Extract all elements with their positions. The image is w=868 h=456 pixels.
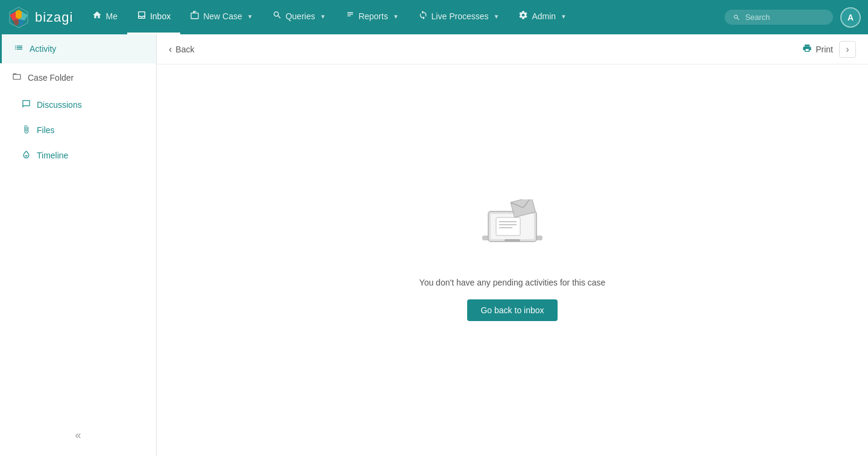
new-case-icon — [190, 10, 200, 22]
admin-chevron-icon: ▼ — [561, 13, 567, 20]
empty-illustration — [473, 199, 552, 266]
discussions-icon — [22, 99, 31, 110]
live-processes-icon — [418, 10, 428, 22]
svg-marker-1 — [16, 10, 22, 19]
sidebar-collapse-button[interactable]: « — [70, 426, 86, 444]
collapse-panel-button[interactable]: › — [839, 41, 856, 58]
sidebar-item-discussions-label: Discussions — [37, 100, 82, 110]
activity-icon — [14, 43, 24, 55]
sidebar-case-folder-label: Case Folder — [28, 73, 74, 83]
svg-rect-9 — [505, 239, 520, 242]
main-layout: Activity Case Folder Discussions Files — [0, 34, 868, 456]
inbox-icon — [137, 10, 146, 22]
queries-chevron-icon: ▼ — [320, 13, 326, 20]
avatar-label: A — [848, 13, 854, 22]
live-processes-chevron-icon: ▼ — [494, 13, 500, 20]
new-case-chevron-icon: ▼ — [247, 13, 253, 20]
nav-item-admin[interactable]: Admin ▼ — [509, 0, 576, 34]
app-name: bizagi — [35, 10, 73, 25]
print-label: Print — [816, 45, 833, 54]
nav-item-queries[interactable]: Queries ▼ — [263, 0, 336, 34]
nav-item-reports[interactable]: Reports ▼ — [336, 0, 409, 34]
nav-item-live-processes-label: Live Processes — [432, 11, 489, 21]
empty-message: You don't have any pending activities fo… — [420, 278, 606, 287]
back-button[interactable]: ‹ Back — [169, 44, 194, 55]
search-input[interactable] — [745, 13, 825, 22]
nav-item-reports-label: Reports — [359, 11, 388, 21]
print-icon — [802, 43, 812, 55]
back-label: Back — [175, 45, 194, 54]
sidebar-item-activity[interactable]: Activity — [0, 34, 156, 63]
collapse-icon: « — [75, 429, 81, 441]
header-right: Print › — [802, 41, 856, 58]
search-icon — [733, 13, 740, 22]
admin-icon — [518, 10, 528, 22]
case-folder-icon — [12, 72, 22, 84]
nav-item-queries-label: Queries — [286, 11, 315, 21]
nav-item-live-processes[interactable]: Live Processes ▼ — [409, 0, 509, 34]
nav-item-me-label: Me — [105, 11, 117, 21]
search-bar[interactable] — [725, 10, 833, 25]
nav-item-me[interactable]: Me — [83, 0, 127, 34]
empty-state: You don't have any pending activities fo… — [157, 64, 868, 456]
nav-item-admin-label: Admin — [532, 11, 556, 21]
nav-item-new-case-label: New Case — [203, 11, 242, 21]
go-back-to-inbox-button[interactable]: Go back to inbox — [467, 299, 557, 321]
back-chevron-icon: ‹ — [169, 44, 172, 55]
bizagi-logo-icon — [7, 6, 30, 29]
svg-rect-10 — [496, 217, 520, 236]
nav-items: Me Inbox New Case ▼ Queries ▼ — [83, 0, 725, 34]
queries-icon — [272, 10, 282, 22]
sidebar-item-discussions[interactable]: Discussions — [0, 92, 156, 117]
reports-chevron-icon: ▼ — [393, 13, 399, 20]
files-icon — [22, 125, 31, 136]
home-icon — [92, 10, 102, 22]
main-content: ‹ Back Print › — [157, 34, 868, 456]
sidebar-item-files-label: Files — [37, 125, 55, 135]
timeline-icon — [22, 150, 31, 161]
sidebar: Activity Case Folder Discussions Files — [0, 34, 157, 456]
avatar[interactable]: A — [840, 7, 861, 28]
nav-item-new-case[interactable]: New Case ▼ — [180, 0, 263, 34]
nav-item-inbox[interactable]: Inbox — [127, 0, 180, 34]
no-activity-illustration — [473, 199, 552, 266]
sidebar-item-activity-label: Activity — [30, 44, 56, 54]
content-header: ‹ Back Print › — [157, 34, 868, 64]
top-navigation: bizagi Me Inbox New Case ▼ — [0, 0, 868, 34]
sidebar-section-case-folder: Case Folder — [0, 63, 156, 92]
collapse-panel-icon: › — [846, 44, 849, 55]
sidebar-item-timeline-label: Timeline — [37, 151, 68, 160]
sidebar-item-files[interactable]: Files — [0, 117, 156, 143]
nav-item-inbox-label: Inbox — [150, 11, 171, 21]
logo[interactable]: bizagi — [7, 6, 73, 29]
sidebar-item-timeline[interactable]: Timeline — [0, 143, 156, 168]
print-button[interactable]: Print — [802, 43, 833, 55]
reports-icon — [345, 10, 355, 22]
